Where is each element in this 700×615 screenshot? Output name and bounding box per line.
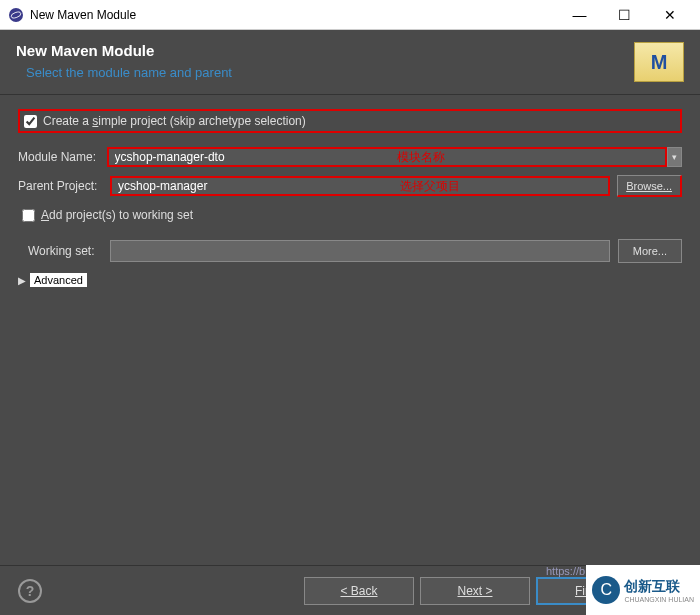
working-set-label: Working set: (28, 244, 110, 258)
watermark-sub: CHUANGXIN HULIAN (624, 596, 694, 603)
eclipse-icon (8, 7, 24, 23)
working-set-dropdown[interactable] (110, 240, 610, 262)
simple-project-label: Create a simple project (skip archetype … (43, 114, 306, 128)
minimize-button[interactable]: — (557, 1, 602, 29)
simple-project-checkbox[interactable] (24, 115, 37, 128)
page-subtitle: Select the module name and parent (16, 65, 634, 80)
browse-button[interactable]: Browse... (617, 175, 682, 197)
parent-project-label: Parent Project: (18, 179, 110, 193)
working-set-row: Working set: More... (18, 239, 682, 263)
add-working-set-checkbox[interactable] (22, 209, 35, 222)
module-name-row: Module Name: 模块名称 ▾ (18, 147, 682, 167)
module-name-dropdown-icon[interactable]: ▾ (667, 147, 682, 167)
window-title: New Maven Module (30, 8, 557, 22)
add-working-set-label: Add project(s) to working set (41, 208, 193, 222)
chevron-right-icon: ▶ (18, 275, 26, 286)
maven-module-icon: M (634, 42, 684, 82)
wizard-header: New Maven Module Select the module name … (0, 30, 700, 95)
watermark-brand: 创新互联 (624, 578, 694, 596)
parent-project-input[interactable] (110, 176, 610, 196)
page-title: New Maven Module (16, 42, 634, 59)
parent-project-annotation: 选择父项目 (400, 178, 460, 195)
add-working-set-row: Add project(s) to working set (18, 205, 682, 225)
advanced-toggle[interactable]: ▶ Advanced (18, 273, 682, 287)
watermark: C 创新互联 CHUANGXIN HULIAN (586, 565, 700, 615)
advanced-label: Advanced (30, 273, 87, 287)
next-button[interactable]: Next > (420, 577, 530, 605)
module-name-input[interactable] (107, 147, 667, 167)
simple-project-row: Create a simple project (skip archetype … (18, 109, 682, 133)
watermark-logo-icon: C (592, 576, 620, 604)
more-button[interactable]: More... (618, 239, 682, 263)
module-name-label: Module Name: (18, 150, 107, 164)
wizard-content: Create a simple project (skip archetype … (0, 95, 700, 301)
maximize-button[interactable]: ☐ (602, 1, 647, 29)
parent-project-row: Parent Project: 选择父项目 Browse... (18, 175, 682, 197)
help-icon[interactable]: ? (18, 579, 42, 603)
back-button[interactable]: < Back (304, 577, 414, 605)
titlebar: New Maven Module — ☐ ✕ (0, 0, 700, 30)
close-button[interactable]: ✕ (647, 1, 692, 29)
module-name-annotation: 模块名称 (397, 149, 445, 166)
